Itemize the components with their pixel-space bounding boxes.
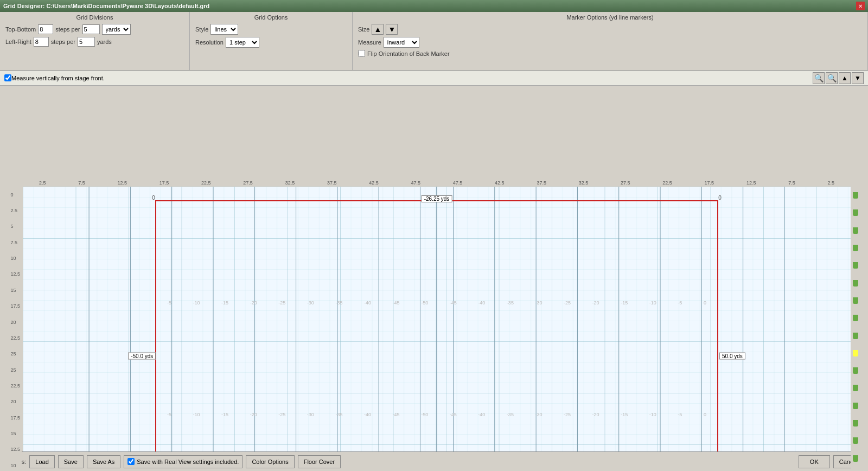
ruler-top-label: 22.5 (201, 180, 211, 186)
yard-label: -40 (478, 300, 485, 305)
top-panel: Grid Divisions Top-Bottom steps per yard… (0, 12, 868, 71)
yard-label: -35 (507, 412, 514, 417)
left-right-steps-input[interactable] (34, 37, 49, 47)
right-marker (853, 455, 858, 462)
yard-label: -30 (307, 412, 314, 417)
field-label-top: -26.25 yds (422, 195, 452, 202)
title-bar: Grid Designer: C:\Users\Mark\Documents\P… (0, 0, 868, 12)
right-marker (853, 209, 858, 216)
yard-label: -15 (621, 300, 628, 305)
marker-options-title: Marker Options (yd line markers) (358, 14, 862, 21)
yard-label: -20 (250, 300, 257, 305)
yard-label: -30 (535, 412, 542, 417)
measure-bar: Measure vertically from stage front. 🔍 🔍… (0, 71, 868, 86)
field-boundary: -26.25 yds -26.25 yds -50.0 yds 50.0 yds… (155, 200, 718, 471)
yard-label: -40 (364, 412, 371, 417)
right-marker (853, 403, 858, 409)
yard-label: -50 (421, 412, 428, 417)
ruler-top-label: 42.5 (495, 180, 505, 186)
ruler-top: 2.5 7.5 12.5 17.5 22.5 27.5 32.5 37.5 42… (23, 171, 851, 187)
yard-label: -40 (364, 300, 371, 305)
arrow-up-button[interactable]: ▲ (839, 72, 851, 84)
title-text: Grid Designer: C:\Users\Mark\Documents\P… (3, 3, 209, 9)
ruler-top-label: 27.5 (243, 180, 253, 186)
yard-label: -45 (450, 412, 457, 417)
yard-label: -5 (678, 300, 682, 305)
zoom-out-button[interactable]: 🔍 (826, 72, 838, 84)
grid-divisions-section: Grid Divisions Top-Bottom steps per yard… (0, 12, 190, 70)
ruler-top-label: 7.5 (788, 180, 795, 186)
yard-label: -10 (649, 300, 656, 305)
yard-label: -45 (393, 412, 400, 417)
right-marker (853, 420, 858, 427)
save-button[interactable]: Save (58, 455, 84, 468)
yard-label: -45 (393, 300, 400, 305)
save-with-realview-row: Save with Real View settings included. (124, 455, 242, 468)
resolution-label: Resolution (195, 39, 224, 46)
left-right-value-input[interactable] (78, 37, 95, 47)
yard-label: -45 (450, 300, 457, 305)
yard-label: 0 (704, 412, 706, 417)
ruler-top-label: 37.5 (537, 180, 546, 186)
steps-per-label-2: steps per (51, 39, 75, 45)
yard-label: -25 (564, 300, 571, 305)
arrow-down-button[interactable]: ▼ (852, 72, 864, 84)
ruler-top-label: 32.5 (285, 180, 295, 186)
yard-label: -10 (193, 412, 200, 417)
resolution-select[interactable]: 1 step 2 steps 5 steps (226, 37, 259, 48)
yard-label: -20 (592, 300, 599, 305)
measure-select[interactable]: inward outward (384, 37, 419, 48)
save-with-realview-checkbox[interactable] (127, 458, 135, 465)
ruler-top-label: 47.5 (411, 180, 421, 186)
ruler-top-label: 37.5 (327, 180, 337, 186)
ruler-right (851, 187, 868, 471)
ruler-top-label: 12.5 (117, 180, 127, 186)
grid-options-section: Grid Options Style lines dots none Resol… (190, 12, 353, 70)
yard-label: -35 (335, 412, 342, 417)
size-label: Size (358, 26, 369, 33)
right-marker (853, 437, 858, 444)
yard-label: -20 (592, 412, 599, 417)
ruler-left: 0 2.5 5 7.5 10 12.5 15 17.5 20 22.5 25 2… (0, 187, 22, 471)
size-up-button[interactable]: ▲ (372, 24, 384, 35)
color-options-button[interactable]: Color Options (246, 455, 294, 468)
bottom-bar: Presets: Load Save Save As Save with Rea… (0, 451, 868, 471)
yard-label: -10 (649, 412, 656, 417)
yard-label: -35 (335, 300, 342, 305)
flip-orientation-checkbox[interactable] (358, 50, 365, 57)
right-marker (853, 367, 858, 374)
close-button[interactable]: ✕ (856, 2, 865, 10)
right-marker (853, 245, 858, 251)
flip-label: Flip Orientation of Back Marker (367, 50, 450, 57)
right-marker (853, 385, 858, 391)
right-marker (853, 192, 858, 199)
yard-label: -25 (278, 300, 285, 305)
style-select[interactable]: lines dots none (210, 24, 238, 35)
yard-label: -15 (221, 412, 228, 417)
yard-label: -25 (278, 412, 285, 417)
top-bottom-yards-select[interactable]: yards steps (102, 24, 131, 35)
load-button[interactable]: Load (29, 455, 54, 468)
top-bottom-label: Top-Bottom (5, 26, 36, 33)
right-marker (853, 262, 858, 269)
top-bottom-value-input[interactable] (82, 24, 100, 34)
ok-button[interactable]: OK (799, 455, 830, 468)
yard-label: -15 (621, 412, 628, 417)
right-marker (853, 333, 858, 339)
yard-label: -15 (221, 300, 228, 305)
ruler-top-label: 12.5 (746, 180, 756, 186)
yard-label: -5 (167, 412, 171, 417)
top-bottom-steps-input[interactable] (38, 24, 53, 34)
yard-label: 0 (704, 300, 706, 305)
yard-label: -25 (564, 412, 571, 417)
left-right-label: Left-Right (5, 39, 31, 45)
right-marker (853, 315, 858, 321)
measure-vertically-checkbox[interactable] (4, 74, 11, 81)
save-as-button[interactable]: Save As (87, 455, 120, 468)
ruler-top-label: 17.5 (159, 180, 169, 186)
zoom-in-button[interactable]: 🔍 (813, 72, 825, 84)
ruler-top-label: 2.5 (39, 180, 46, 186)
right-marker (853, 297, 858, 304)
size-down-button[interactable]: ▼ (386, 24, 398, 35)
floor-cover-button[interactable]: Floor Cover (298, 455, 341, 468)
